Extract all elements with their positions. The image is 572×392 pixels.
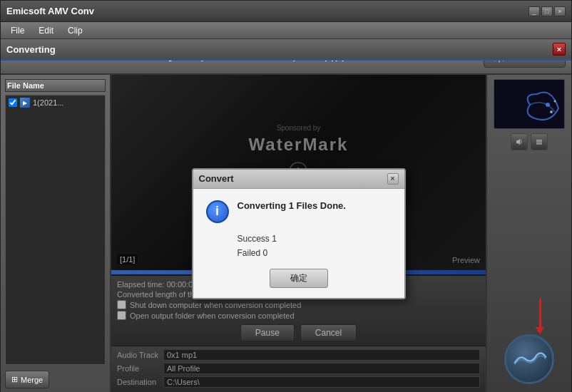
menu-bar: File Edit Clip <box>1 22 571 39</box>
settings-icon-btn[interactable] <box>531 133 548 150</box>
red-arrow-indicator <box>536 299 544 334</box>
ok-button[interactable]: 确定 <box>270 269 328 288</box>
ok-btn-row: 确定 <box>206 269 392 288</box>
arrow-head <box>536 327 544 334</box>
settings-icon <box>535 138 543 146</box>
failed-stat: Failed 0 <box>238 246 392 260</box>
success-label: Success <box>238 234 270 244</box>
svg-point-3 <box>546 103 550 107</box>
file-list-header: File Name <box>5 79 106 92</box>
right-preview <box>494 79 565 129</box>
svg-point-5 <box>554 100 556 103</box>
converting-bar: Converting × <box>1 39 571 61</box>
converting-close-btn[interactable]: × <box>553 43 566 56</box>
arrow-line <box>539 299 541 327</box>
file-icon: ▶ <box>20 98 30 108</box>
file-name: 1(2021... <box>33 98 63 107</box>
menu-file[interactable]: File <box>4 24 31 37</box>
failed-count: 0 <box>263 248 268 258</box>
minimize-btn[interactable]: _ <box>528 6 540 16</box>
right-panel <box>486 75 571 392</box>
right-preview-svg <box>494 80 565 129</box>
dialog-overlay: Convert × i Converting 1 Files Done. Suc… <box>111 75 486 392</box>
volume-controls <box>511 133 548 150</box>
close-btn[interactable]: × <box>554 6 566 16</box>
svg-rect-8 <box>536 143 542 145</box>
merge-icon: ⊞ <box>11 375 18 384</box>
merge-button[interactable]: ⊞ Merge <box>5 371 49 388</box>
convert-stats: Success 1 Failed 0 <box>238 232 392 261</box>
app-window: Emicsoft AMV Conv _ □ × File Edit Clip C… <box>0 0 572 392</box>
convert-dialog-body: i Converting 1 Files Done. Success 1 Fai… <box>193 189 404 299</box>
maximize-btn[interactable]: □ <box>541 6 553 16</box>
convert-dialog-titlebar: Convert × <box>193 170 404 189</box>
main-content: File Name ▶ 1(2021... ⊞ Merge Sponsored … <box>1 75 571 392</box>
logo-wave-svg <box>511 349 547 370</box>
volume-icon[interactable] <box>511 133 528 150</box>
failed-label: Failed <box>238 248 261 258</box>
app-title: Emicsoft AMV Conv <box>6 6 527 16</box>
file-list: ▶ 1(2021... <box>5 95 106 365</box>
merge-label: Merge <box>21 376 43 384</box>
converting-bar-title: Converting <box>6 44 553 55</box>
logo-circle <box>504 334 554 384</box>
convert-dialog: Convert × i Converting 1 Files Done. Suc… <box>192 168 406 300</box>
left-panel: File Name ▶ 1(2021... ⊞ Merge <box>1 75 111 392</box>
menu-clip[interactable]: Clip <box>61 24 90 37</box>
file-checkbox[interactable] <box>9 98 17 107</box>
convert-dialog-close-btn[interactable]: × <box>387 173 399 185</box>
success-stat: Success 1 <box>238 232 392 246</box>
convert-dialog-title: Convert <box>199 173 387 184</box>
speaker-icon <box>515 138 524 146</box>
menu-edit[interactable]: Edit <box>31 24 61 37</box>
app-titlebar: Emicsoft AMV Conv _ □ × <box>1 1 571 22</box>
svg-point-4 <box>550 110 553 113</box>
center-panel: Sponsored by WaterMark [1/1] Preview Ela… <box>111 75 486 392</box>
convert-message: Converting 1 Files Done. <box>238 200 346 211</box>
info-icon: i <box>206 200 229 223</box>
svg-rect-6 <box>536 140 542 141</box>
convert-message-row: i Converting 1 Files Done. <box>206 200 392 223</box>
list-item[interactable]: ▶ 1(2021... <box>6 96 105 110</box>
success-count: 1 <box>272 234 277 244</box>
svg-rect-7 <box>536 142 542 143</box>
